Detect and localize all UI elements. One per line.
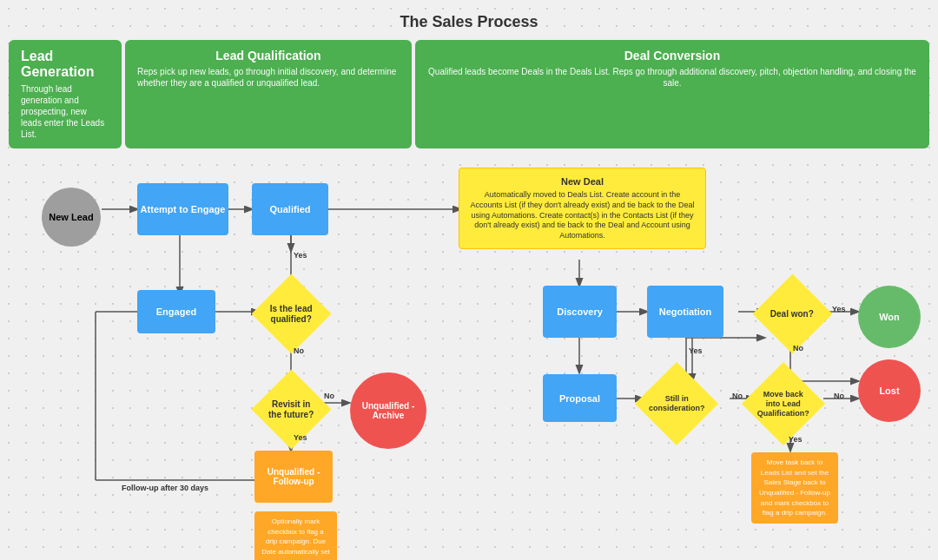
node-move-back-note: Move task back to Leads List and set the…	[751, 452, 838, 524]
label-no-deal-won: No	[793, 344, 803, 352]
banner-lead-heading: Lead Generation	[21, 49, 109, 80]
node-negotiation: Negotiation	[647, 286, 723, 338]
node-new-deal: New Deal Automatically moved to Deals Li…	[459, 168, 706, 249]
node-is-qualified: Is the lead qualified?	[252, 274, 332, 354]
flow-diagram: New Lead Attempt to Engage Qualified New…	[9, 157, 929, 560]
label-yes-deal-won: Yes	[832, 305, 846, 313]
new-deal-desc: Automatically moved to Deals List. Creat…	[468, 190, 697, 240]
node-engaged: Engaged	[137, 290, 215, 333]
node-qualified: Qualified	[252, 183, 328, 235]
label-yes-qualified: Yes	[294, 251, 307, 260]
banner-lead-qual: Lead Qualification Reps pick up new lead…	[125, 40, 412, 148]
new-deal-title: New Deal	[468, 175, 697, 188]
banner-qual-text: Reps pick up new leads, go through initi…	[137, 66, 400, 89]
node-followup-note: Optionally mark checkbox to flag a drip …	[254, 511, 337, 560]
label-no-qualified: No	[294, 346, 304, 355]
node-new-lead: New Lead	[42, 188, 101, 247]
node-attempt-engage: Attempt to Engage	[137, 183, 228, 235]
node-unqualified-archive: Unqualified - Archive	[350, 372, 426, 449]
label-no-still: No	[732, 392, 743, 400]
banner-lead-gen: Lead Generation Through lead generation …	[9, 40, 122, 148]
banner-deal-conv: Deal Conversion Qualified leads become D…	[415, 40, 929, 148]
node-still-consideration: Still in consideration?	[635, 362, 718, 445]
banners-row: Lead Generation Through lead generation …	[9, 40, 929, 148]
page-title: The Sales Process	[0, 0, 938, 40]
label-no-move-back: No	[834, 392, 844, 400]
node-unqualified-followup: Unqualified - Follow-up	[254, 451, 333, 503]
followup-arrow-label: Follow-up after 30 days	[122, 484, 208, 492]
label-no-revisit: No	[324, 392, 334, 400]
node-lost: Lost	[858, 359, 921, 422]
label-yes-still: Yes	[689, 346, 703, 355]
label-yes-revisit: Yes	[294, 433, 307, 442]
node-revisit: Revisit in the future?	[252, 370, 332, 450]
node-discovery: Discovery	[543, 286, 617, 338]
banner-deal-text: Qualified leads become Deals in the Deal…	[427, 66, 917, 89]
banner-deal-heading: Deal Conversion	[427, 49, 917, 63]
banner-lead-text: Through lead generation and prospecting,…	[21, 83, 109, 140]
node-deal-won: Deal won?	[753, 274, 833, 354]
label-yes-move-back: Yes	[789, 435, 803, 444]
node-won: Won	[858, 286, 921, 348]
banner-qual-heading: Lead Qualification	[137, 49, 400, 63]
node-proposal: Proposal	[543, 374, 617, 422]
node-move-back-qual: Move back into Lead Qualification?	[742, 362, 825, 445]
